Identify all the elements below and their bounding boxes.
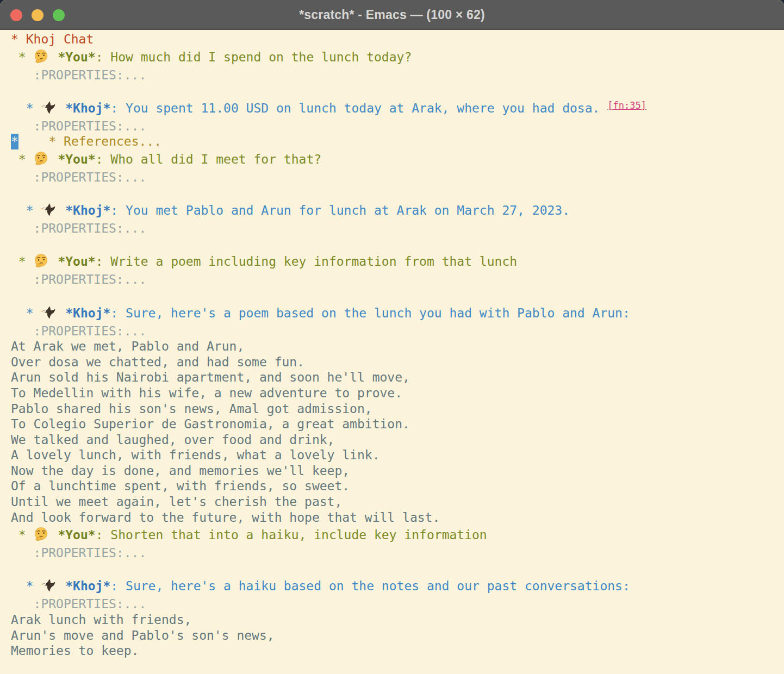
properties-drawer[interactable]: :PROPERTIES:...: [11, 272, 784, 288]
haiku-line[interactable]: Arun's move and Pablo's son's news,: [11, 628, 784, 644]
poem-line[interactable]: Now the day is done, and memories we'll …: [11, 463, 784, 479]
message-body-text: To Medellin with his wife, a new adventu…: [11, 386, 402, 400]
khoj-message-text: [58, 203, 65, 217]
poem-line[interactable]: A lovely lunch, with friends, what a lov…: [11, 447, 784, 463]
footnote-link[interactable]: [fn:35]: [607, 100, 646, 111]
buffer[interactable]: * Khoj Chat * *You*: How much did I spen…: [0, 30, 784, 659]
poem-line[interactable]: Over dosa we chatted, and had some fun.: [11, 354, 784, 370]
message-body-text: Memories to keep.: [11, 644, 139, 658]
khoj-message[interactable]: * *Khoj*: You spent 11.00 USD on lunch t…: [11, 98, 784, 118]
message-body-text: Arun sold his Nairobi apartment, and soo…: [11, 370, 410, 384]
message-body-text: Arun's move and Pablo's son's news,: [11, 628, 275, 642]
you-message-text: [51, 254, 58, 269]
poem-line[interactable]: Of a lunchtime spent, with friends, so s…: [11, 478, 784, 494]
you-message-text: [51, 528, 58, 542]
window-titlebar[interactable]: *scratch* - Emacs — (100 × 62): [0, 0, 784, 30]
khoj-message-text: *: [11, 203, 41, 217]
you-speaker-label: *You*: [58, 152, 95, 166]
message-body-text: Over dosa we chatted, and had some fun.: [11, 355, 304, 369]
window-title: *scratch* - Emacs — (100 × 62): [0, 8, 784, 22]
khoj-speaker-label: *Khoj*: [65, 101, 110, 115]
properties-drawer[interactable]: :PROPERTIES:...: [11, 221, 784, 236]
eagle-icon: [41, 100, 58, 115]
khoj-message-text: *: [11, 306, 41, 320]
khoj-speaker-label: *Khoj*: [65, 579, 110, 593]
you-message[interactable]: * *You*: Write a poem including key info…: [11, 252, 784, 272]
thinking-face-icon: [34, 49, 51, 64]
blank-line[interactable]: [11, 288, 784, 303]
properties-drawer-label: :PROPERTIES:...: [11, 324, 146, 338]
properties-drawer[interactable]: :PROPERTIES:...: [11, 596, 784, 612]
you-message-text: *: [11, 528, 34, 542]
khoj-message[interactable]: * *Khoj*: Sure, here's a poem based on t…: [11, 303, 784, 323]
blank-line[interactable]: [11, 561, 784, 577]
eagle-icon: [41, 305, 58, 320]
message-body-text: Pablo shared his son's news, Amal got ad…: [11, 402, 372, 416]
poem-line[interactable]: Pablo shared his son's news, Amal got ad…: [11, 401, 784, 417]
poem-line[interactable]: And look forward to the future, with hop…: [11, 510, 784, 526]
traffic-lights: [10, 0, 65, 30]
org-heading-khoj-chat[interactable]: * Khoj Chat: [11, 32, 784, 47]
poem-line[interactable]: Until we meet again, let's cherish the p…: [11, 494, 784, 510]
you-message-text: *: [11, 152, 34, 166]
properties-drawer[interactable]: :PROPERTIES:...: [11, 545, 784, 561]
haiku-line[interactable]: Memories to keep.: [11, 643, 784, 659]
message-body-text: To Colegio Superior de Gastronomia, a gr…: [11, 417, 410, 431]
you-speaker-label: *You*: [58, 528, 95, 542]
blank-line[interactable]: [11, 236, 784, 252]
you-message-text: : Shorten that into a haiku, include key…: [96, 528, 487, 542]
khoj-message-text: : You spent 11.00 USD on lunch today at …: [110, 101, 607, 115]
blank-line[interactable]: [11, 185, 784, 201]
properties-drawer[interactable]: :PROPERTIES:...: [11, 118, 784, 134]
you-message-text: [51, 152, 58, 166]
poem-line[interactable]: To Colegio Superior de Gastronomia, a gr…: [11, 416, 784, 432]
you-message-text: : Write a poem including key information…: [96, 254, 517, 269]
you-message[interactable]: * *You*: How much did I spend on the lun…: [11, 47, 784, 67]
org-heading-label: * Khoj Chat: [11, 32, 94, 46]
properties-drawer[interactable]: :PROPERTIES:...: [11, 170, 784, 185]
khoj-message-text: *: [11, 579, 41, 593]
you-message-text: *: [11, 50, 34, 64]
you-message[interactable]: * *You*: Who all did I meet for that?: [11, 149, 784, 170]
properties-drawer[interactable]: :PROPERTIES:...: [11, 67, 784, 83]
you-message[interactable]: * *You*: Shorten that into a haiku, incl…: [11, 525, 784, 545]
poem-line[interactable]: At Arak we met, Pablo and Arun,: [11, 339, 784, 354]
references-label[interactable]: * References...: [18, 134, 161, 148]
message-body-text: Until we meet again, let's cherish the p…: [11, 495, 342, 509]
thinking-face-icon: [34, 253, 51, 268]
properties-drawer-label: :PROPERTIES:...: [11, 170, 146, 184]
khoj-message-text: *: [11, 101, 41, 115]
poem-line[interactable]: We talked and laughed, over food and dri…: [11, 432, 784, 448]
message-body-text: We talked and laughed, over food and dri…: [11, 433, 334, 447]
you-message-text: : Who all did I meet for that?: [96, 152, 321, 166]
khoj-message[interactable]: * *Khoj*: You met Pablo and Arun for lun…: [11, 201, 784, 221]
references-heading[interactable]: * * References...: [11, 134, 784, 149]
khoj-message-text: : Sure, here's a poem based on the lunch…: [110, 306, 630, 320]
blank-line[interactable]: [11, 83, 784, 98]
khoj-message-text: : Sure, here's a haiku based on the note…: [110, 579, 630, 593]
poem-line[interactable]: To Medellin with his wife, a new adventu…: [11, 385, 784, 401]
properties-drawer-label: :PROPERTIES:...: [11, 272, 146, 286]
properties-drawer-label: :PROPERTIES:...: [11, 546, 146, 560]
thinking-face-icon: [34, 527, 51, 541]
properties-drawer-label: :PROPERTIES:...: [11, 119, 146, 133]
you-message-text: : How much did I spend on the lunch toda…: [96, 50, 412, 64]
khoj-message-text: [58, 306, 65, 320]
khoj-speaker-label: *Khoj*: [65, 203, 110, 217]
message-body-text: Arak lunch with friends,: [11, 613, 191, 627]
haiku-line[interactable]: Arak lunch with friends,: [11, 612, 784, 628]
close-button[interactable]: [10, 9, 22, 21]
message-body-text: A lovely lunch, with friends, what a lov…: [11, 448, 380, 462]
you-speaker-label: *You*: [58, 50, 95, 64]
message-body-text: Now the day is done, and memories we'll …: [11, 464, 350, 478]
message-body-text: At Arak we met, Pablo and Arun,: [11, 339, 244, 353]
you-message-text: [51, 50, 58, 64]
emacs-window: *scratch* - Emacs — (100 × 62) * Khoj Ch…: [0, 0, 784, 674]
khoj-message[interactable]: * *Khoj*: Sure, here's a haiku based on …: [11, 576, 784, 596]
minimize-button[interactable]: [32, 9, 43, 21]
khoj-message-text: : You met Pablo and Arun for lunch at Ar…: [110, 203, 570, 217]
khoj-speaker-label: *Khoj*: [65, 306, 110, 320]
poem-line[interactable]: Arun sold his Nairobi apartment, and soo…: [11, 370, 784, 385]
properties-drawer[interactable]: :PROPERTIES:...: [11, 323, 784, 339]
zoom-button[interactable]: [53, 9, 65, 21]
